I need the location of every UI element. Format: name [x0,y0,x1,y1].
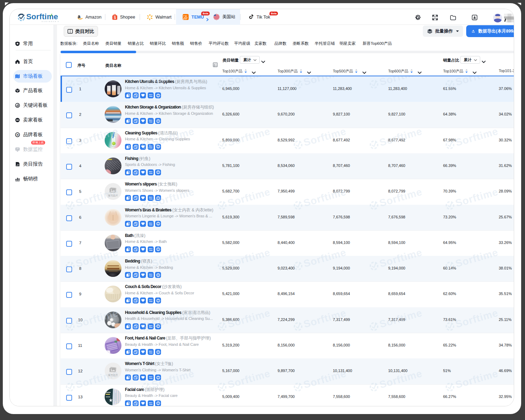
svg-text:EN/O: EN/O [149,247,153,249]
svg-text:TEMU: TEMU [149,96,153,97]
svg-text:TEMU: TEMU [149,275,153,277]
svg-text:EN/O: EN/O [149,376,153,378]
svg-text:EN/O: EN/O [149,196,153,198]
svg-text:TEMU: TEMU [149,352,153,354]
svg-text:E U: E U [183,18,187,20]
svg-text:T M: T M [183,15,187,17]
svg-text:TEMU: TEMU [149,404,153,405]
svg-text:EN/O: EN/O [149,170,153,172]
svg-text:TEMU: TEMU [149,327,153,328]
svg-text:TEMU: TEMU [149,173,153,174]
svg-text:TEMU: TEMU [149,378,153,379]
svg-text:EN/O: EN/O [149,273,153,275]
svg-text:EN/O: EN/O [149,350,153,352]
svg-text:TEMU: TEMU [149,198,153,200]
svg-text:EN/O: EN/O [149,94,153,96]
svg-text:R: R [17,133,19,136]
svg-text:TEMU: TEMU [149,147,153,149]
svg-text:S: S [114,16,116,20]
svg-text:EN/O: EN/O [149,401,153,403]
svg-text:TEMU: TEMU [149,250,153,251]
svg-text:EN/O: EN/O [149,324,153,326]
svg-text:EN/O: EN/O [149,222,153,224]
svg-text:EN/O: EN/O [149,119,153,121]
svg-text:EN/O: EN/O [149,145,153,147]
svg-text:TEMU: TEMU [149,301,153,302]
svg-text:TEMU: TEMU [149,121,153,123]
svg-text:EN/O: EN/O [149,299,153,301]
svg-text:TEMU: TEMU [149,224,153,226]
